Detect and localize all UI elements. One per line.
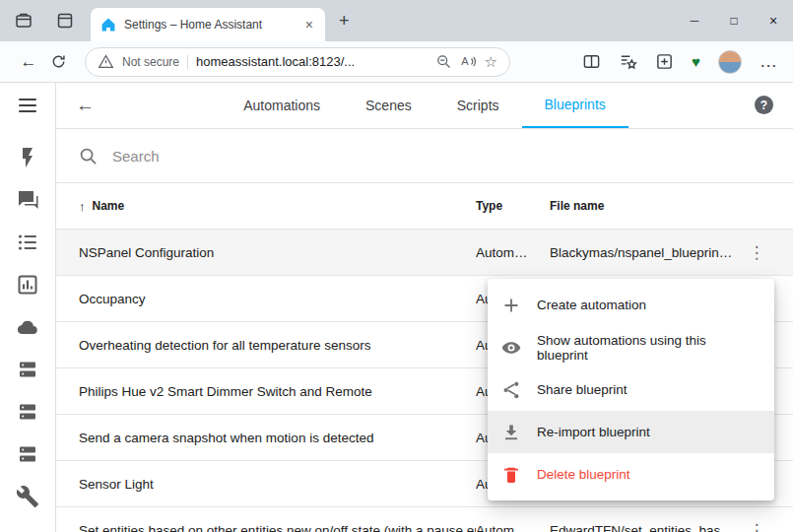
- column-header-name[interactable]: ↑ Name: [79, 199, 476, 214]
- tab-actions-icon[interactable]: [55, 11, 75, 31]
- ha-back-icon[interactable]: ←: [76, 95, 95, 116]
- row-file: EdwardTFN/set_entities_bas…: [550, 523, 734, 532]
- tab-scenes[interactable]: Scenes: [343, 83, 434, 128]
- search-icon: [79, 147, 98, 166]
- menu-item-create-automation[interactable]: Create automation: [488, 284, 774, 326]
- home-assistant-favicon: [100, 17, 116, 33]
- new-tab-button[interactable]: +: [339, 12, 350, 30]
- cloud-icon[interactable]: [16, 315, 39, 339]
- row-name: Set entities based on other entities new…: [79, 523, 476, 532]
- profile-avatar[interactable]: [718, 50, 742, 74]
- row-name: Overheating detection for all temperatur…: [79, 338, 476, 353]
- row-overflow-menu-icon[interactable]: ⋮: [734, 520, 779, 532]
- sort-ascending-icon: ↑: [79, 199, 86, 214]
- download-icon: [501, 423, 521, 442]
- security-label: Not secure: [122, 55, 179, 69]
- favorites-hub-icon[interactable]: [619, 52, 637, 71]
- row-file: Blackymas/nspanel_blueprin…: [550, 245, 734, 260]
- tab-automations[interactable]: Automations: [221, 83, 343, 128]
- home-assistant-app: ← Automations Scenes Scripts Blueprints …: [0, 83, 793, 532]
- tools-icon[interactable]: [16, 485, 39, 508]
- ha-sidebar: [0, 83, 56, 532]
- server-icon[interactable]: [16, 358, 39, 381]
- menu-item-delete-blueprint[interactable]: Delete blueprint: [488, 453, 774, 496]
- tab-close-icon[interactable]: ×: [303, 17, 315, 33]
- search-input[interactable]: [110, 147, 430, 166]
- menu-item-share-blueprint[interactable]: Share blueprint: [488, 368, 774, 411]
- row-type: Autom…: [476, 245, 550, 260]
- row-name: Occupancy: [79, 292, 476, 306]
- ha-content: ← Automations Scenes Scripts Blueprints …: [56, 83, 793, 532]
- read-aloud-icon[interactable]: A: [460, 53, 477, 70]
- eye-icon: [501, 338, 521, 358]
- not-secure-warning-icon[interactable]: [98, 53, 114, 70]
- menu-icon[interactable]: [0, 83, 55, 128]
- ha-tab-bar: Automations Scenes Scripts Blueprints: [56, 83, 793, 128]
- table-row[interactable]: NSPanel Configuration Autom… Blackymas/n…: [56, 230, 793, 276]
- tab-title: Settings – Home Assistant: [124, 18, 296, 32]
- search-bar: [56, 129, 793, 183]
- row-name: Send a camera snapshot when motion is de…: [79, 431, 476, 445]
- url-text[interactable]: homeassistant.local:8123/...: [196, 54, 428, 69]
- zoom-out-icon[interactable]: [435, 53, 452, 70]
- maximize-button[interactable]: □: [714, 0, 754, 41]
- address-divider: [187, 55, 188, 69]
- energy-icon[interactable]: [16, 146, 39, 169]
- row-name: Sensor Light: [79, 477, 476, 492]
- browser-navbar: ← Not secure homeassistant.local:8123/..…: [0, 41, 793, 83]
- browser-titlebar: Settings – Home Assistant × + ─ □ ×: [0, 0, 793, 41]
- row-overflow-menu-icon[interactable]: ⋮: [734, 242, 779, 263]
- server-icon[interactable]: [16, 400, 39, 424]
- help-icon[interactable]: ?: [755, 96, 773, 114]
- server-icon[interactable]: [16, 442, 39, 466]
- menu-item-show-automations[interactable]: Show automations using this blueprint: [488, 326, 774, 368]
- table-header: ↑ Name Type File name: [56, 183, 793, 230]
- tab-scripts[interactable]: Scripts: [434, 83, 522, 128]
- logbook-icon[interactable]: [16, 231, 39, 254]
- back-icon[interactable]: ←: [14, 47, 43, 77]
- svg-text:A: A: [461, 55, 469, 67]
- refresh-icon[interactable]: [43, 47, 73, 77]
- browser-tab[interactable]: Settings – Home Assistant ×: [91, 8, 325, 41]
- table-row[interactable]: Set entities based on other entities new…: [56, 507, 793, 532]
- column-header-file: File name: [550, 199, 734, 213]
- row-type: Autom…: [476, 523, 550, 532]
- split-screen-icon[interactable]: [582, 52, 601, 71]
- share-icon: [501, 380, 521, 400]
- ha-header: ← Automations Scenes Scripts Blueprints …: [56, 83, 793, 129]
- address-bar[interactable]: Not secure homeassistant.local:8123/... …: [85, 47, 510, 77]
- favorite-star-icon[interactable]: ☆: [485, 54, 497, 69]
- blueprint-context-menu: Create automation Show automations using…: [488, 279, 774, 500]
- history-icon[interactable]: [16, 273, 39, 297]
- forum-icon[interactable]: [16, 188, 39, 212]
- row-name: Philips Hue v2 Smart Dimmer Switch and R…: [79, 384, 476, 399]
- delete-icon: [501, 465, 521, 485]
- plus-icon: [501, 296, 521, 315]
- row-name: NSPanel Configuration: [79, 245, 476, 260]
- column-header-type: Type: [476, 199, 550, 213]
- navbar-right-icons: ♥ …: [582, 50, 785, 74]
- settings-ellipsis-icon[interactable]: …: [760, 58, 777, 65]
- window-controls: ─ □ ×: [675, 0, 793, 41]
- workspaces-icon[interactable]: [14, 11, 33, 31]
- minimize-button[interactable]: ─: [675, 0, 714, 41]
- close-button[interactable]: ×: [754, 0, 793, 41]
- browser-window: Settings – Home Assistant × + ─ □ × ← No…: [0, 0, 793, 532]
- collections-add-icon[interactable]: [655, 52, 674, 71]
- browser-essentials-icon[interactable]: ♥: [692, 54, 700, 69]
- menu-item-reimport-blueprint[interactable]: Re-import blueprint: [488, 411, 774, 453]
- tab-blueprints[interactable]: Blueprints: [522, 83, 628, 128]
